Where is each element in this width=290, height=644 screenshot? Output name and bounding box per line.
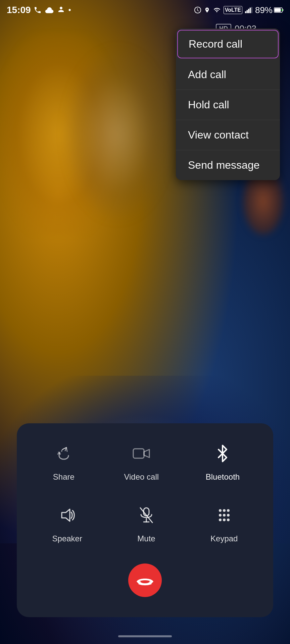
svg-point-15 — [223, 509, 226, 512]
svg-rect-2 — [248, 9, 249, 13]
mute-icon — [133, 502, 160, 529]
end-call-button[interactable] — [128, 564, 162, 597]
status-left: 15:09 • — [7, 5, 71, 15]
svg-point-17 — [219, 514, 222, 517]
dropdown-item-view-contact[interactable]: View contact — [176, 120, 280, 150]
call-panel: Share Video call Bluetooth — [17, 423, 273, 617]
video-call-icon — [128, 440, 155, 467]
bluetooth-label: Bluetooth — [206, 472, 240, 482]
svg-rect-0 — [245, 11, 246, 13]
call-buttons-row-2: Speaker Mute — [27, 502, 263, 543]
video-call-label: Video call — [124, 472, 159, 482]
svg-point-21 — [223, 519, 226, 521]
end-call-row — [27, 564, 263, 597]
svg-rect-4 — [251, 7, 252, 13]
share-icon — [50, 440, 77, 467]
keypad-label: Keypad — [210, 534, 238, 543]
status-right: VoLTE 89% — [194, 5, 283, 15]
dropdown-item-record-call[interactable]: Record call — [177, 30, 279, 58]
svg-point-8 — [281, 9, 283, 11]
bluetooth-button[interactable]: Bluetooth — [206, 440, 240, 482]
speaker-label: Speaker — [52, 534, 82, 543]
alarm-status-icon — [194, 6, 201, 14]
home-indicator — [118, 635, 172, 637]
svg-point-14 — [219, 509, 222, 512]
svg-point-22 — [227, 519, 230, 521]
status-icons-left: • — [34, 6, 71, 14]
svg-rect-3 — [250, 8, 251, 13]
dropdown-item-add-call[interactable]: Add call — [176, 60, 280, 90]
signal-icon — [245, 7, 252, 13]
mute-label: Mute — [137, 534, 155, 543]
svg-point-19 — [227, 514, 230, 517]
dot-indicator: • — [68, 6, 71, 14]
keypad-icon — [211, 502, 238, 529]
dropdown-item-hold-call[interactable]: Hold call — [176, 90, 280, 120]
svg-point-18 — [223, 514, 226, 517]
battery-indicator: 89% — [255, 5, 283, 15]
end-call-icon — [136, 575, 154, 585]
call-buttons-row-1: Share Video call Bluetooth — [27, 440, 263, 482]
mute-button[interactable]: Mute — [133, 502, 160, 543]
status-bar: 15:09 • — [0, 0, 290, 20]
wifi-status-icon — [213, 7, 221, 13]
bluetooth-icon — [209, 440, 236, 467]
share-label: Share — [53, 472, 75, 482]
speaker-icon — [54, 502, 81, 529]
wallpaper-figure-blob — [67, 50, 168, 218]
keypad-button[interactable]: Keypad — [210, 502, 238, 543]
volte-icon: VoLTE — [224, 6, 242, 14]
svg-rect-6 — [275, 8, 281, 12]
svg-point-20 — [219, 519, 222, 521]
dropdown-menu: Record call Add call Hold call View cont… — [176, 29, 280, 180]
svg-point-16 — [227, 509, 230, 512]
battery-icon — [274, 7, 283, 13]
cloud-status-icon — [45, 6, 54, 14]
battery-percent: 89% — [255, 5, 273, 15]
svg-rect-9 — [133, 449, 144, 458]
dropdown-item-send-message[interactable]: Send message — [176, 150, 280, 180]
person-status-icon — [57, 6, 65, 14]
svg-rect-1 — [247, 10, 248, 13]
status-time: 15:09 — [7, 5, 31, 15]
video-call-button[interactable]: Video call — [124, 440, 159, 482]
phone-status-icon — [34, 6, 42, 14]
share-button[interactable]: Share — [50, 440, 77, 482]
location-status-icon — [204, 6, 210, 14]
speaker-button[interactable]: Speaker — [52, 502, 82, 543]
